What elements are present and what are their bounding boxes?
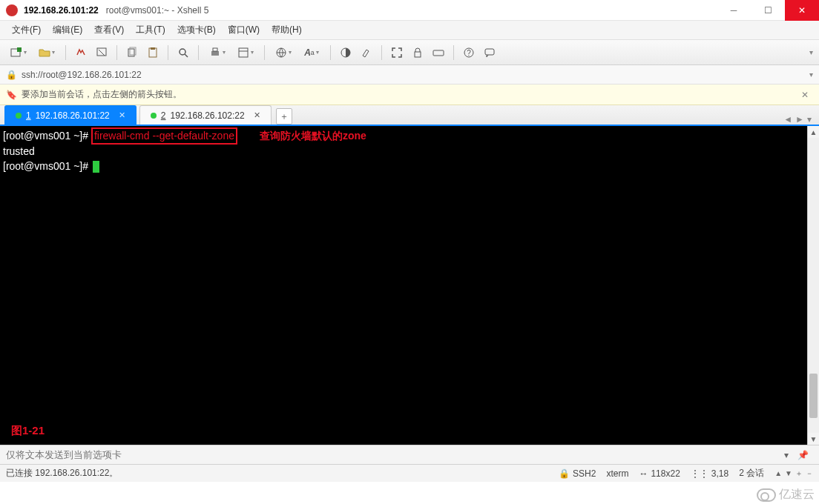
minimize-button[interactable]: ─	[717, 0, 751, 21]
vertical-scrollbar[interactable]: ▲ ▼	[807, 126, 819, 445]
reconnect-button[interactable]	[72, 44, 90, 62]
title-host: 192.168.26.101:22	[24, 5, 99, 16]
status-dot-icon	[151, 113, 157, 119]
fullscreen-button[interactable]	[388, 44, 406, 62]
properties-button[interactable]: ▾	[233, 44, 258, 62]
session-tab-1[interactable]: 1 192.168.26.101:22 ✕	[4, 105, 136, 125]
close-button[interactable]: ✕	[785, 0, 819, 21]
font-button[interactable]: Aa▾	[299, 44, 324, 62]
svg-rect-10	[211, 51, 219, 56]
status-sessions: 2 会话	[739, 467, 764, 480]
menu-tools[interactable]: 工具(T)	[130, 24, 171, 36]
session-prev-icon[interactable]: ▲	[774, 469, 782, 477]
lock-button[interactable]	[409, 44, 427, 62]
terminal[interactable]: [root@vms001 ~]# firewall-cmd --get-defa…	[0, 126, 807, 445]
keyboard-button[interactable]	[430, 44, 447, 62]
prompt: [root@vms001 ~]#	[3, 130, 91, 142]
menu-tabs[interactable]: 选项卡(B)	[171, 24, 222, 36]
cursor	[93, 161, 99, 173]
session-next-icon[interactable]: ▼	[785, 469, 792, 477]
toolbar-overflow-icon[interactable]: ▾	[809, 48, 813, 56]
svg-rect-11	[213, 48, 217, 51]
status-connection: 已连接 192.168.26.101:22。	[6, 467, 548, 480]
pin-icon[interactable]: 📌	[793, 450, 813, 460]
tab-nav: ◄ ► ▾	[783, 114, 815, 125]
menu-file[interactable]: 文件(F)	[6, 24, 47, 36]
highlight-button[interactable]	[358, 44, 375, 62]
svg-rect-22	[485, 49, 494, 55]
new-session-button[interactable]: ▾	[6, 44, 31, 62]
hint-text: 要添加当前会话，点击左侧的箭头按钮。	[22, 88, 182, 101]
paste-button[interactable]	[144, 44, 162, 62]
svg-text:?: ?	[467, 49, 471, 57]
tab-label: 192.168.26.101:22	[36, 110, 110, 121]
session-remove-icon[interactable]: －	[806, 468, 813, 479]
command-output: trusted	[3, 145, 35, 157]
terminal-area: [root@vms001 ~]# firewall-cmd --get-defa…	[0, 126, 819, 445]
scroll-track[interactable]	[808, 138, 819, 433]
status-size: ↔118x22	[639, 468, 680, 479]
tab-prev-icon[interactable]: ◄	[783, 114, 792, 125]
address-dropdown-icon[interactable]: ▾	[809, 70, 813, 79]
language-button[interactable]: ▾	[271, 44, 296, 62]
tab-strip: 1 192.168.26.101:22 ✕ 2 192.168.26.102:2…	[0, 105, 819, 126]
help-button[interactable]: ?	[460, 44, 478, 62]
svg-line-9	[185, 54, 188, 57]
maximize-button[interactable]: ☐	[751, 0, 785, 21]
figure-label: 图1-21	[11, 423, 45, 437]
watermark: 亿速云	[757, 487, 815, 503]
address-text[interactable]: ssh://root@192.168.26.101:22	[22, 70, 142, 80]
titlebar: 192.168.26.101:22 root@vms001:~ - Xshell…	[0, 0, 819, 21]
tab-number: 2	[161, 110, 166, 121]
status-bar: 已连接 192.168.26.101:22。 🔒SSH2 xterm ↔118x…	[0, 464, 819, 482]
print-button[interactable]: ▾	[205, 44, 230, 62]
open-button[interactable]: ▾	[34, 44, 59, 62]
title-suffix: root@vms001:~ - Xshell 5	[106, 5, 209, 16]
svg-rect-2	[97, 48, 106, 56]
cloud-icon	[757, 488, 776, 502]
tab-number: 1	[26, 110, 31, 121]
send-input[interactable]	[6, 449, 780, 460]
new-tab-button[interactable]: ＋	[276, 108, 292, 125]
svg-line-3	[99, 50, 105, 56]
svg-rect-1	[17, 47, 22, 52]
bookmark-icon[interactable]: 🔖	[6, 90, 17, 100]
scroll-thumb[interactable]	[809, 374, 818, 418]
status-nav: ▲ ▼ ＋ －	[774, 468, 813, 479]
menu-help[interactable]: 帮助(H)	[266, 24, 308, 36]
command-highlight: firewall-cmd --get-default-zone	[91, 127, 237, 145]
watermark-text: 亿速云	[779, 487, 815, 503]
status-dot-icon	[16, 113, 22, 119]
disconnect-button[interactable]	[93, 44, 111, 62]
status-protocol: 🔒SSH2	[559, 468, 596, 479]
tab-label: 192.168.26.102:22	[170, 110, 244, 121]
menu-view[interactable]: 查看(V)	[88, 24, 130, 36]
status-cursor-pos: ⋮⋮3,18	[691, 468, 728, 479]
menu-window[interactable]: 窗口(W)	[222, 24, 266, 36]
lock-icon: 🔒	[6, 70, 17, 80]
session-add-icon[interactable]: ＋	[795, 468, 803, 479]
send-mode-dropdown[interactable]: ▾	[780, 450, 793, 460]
svg-point-8	[180, 49, 185, 55]
scroll-up-icon[interactable]: ▲	[808, 126, 819, 138]
tab-list-icon[interactable]: ▾	[807, 114, 812, 125]
hint-bar: 🔖 要添加当前会话，点击左侧的箭头按钮。 ✕	[0, 84, 819, 105]
tab-close-icon[interactable]: ✕	[254, 110, 260, 120]
hint-close-button[interactable]: ✕	[797, 90, 813, 100]
toolbar: ▾ ▾ ▾ ▾ ▾ Aa▾ ? ▾	[0, 40, 819, 65]
copy-button[interactable]	[123, 44, 141, 62]
app-icon	[6, 4, 18, 16]
menu-edit[interactable]: 编辑(E)	[47, 24, 88, 36]
search-button[interactable]	[174, 44, 192, 62]
tab-next-icon[interactable]: ►	[795, 114, 804, 125]
svg-rect-17	[433, 50, 444, 56]
session-tab-2[interactable]: 2 192.168.26.102:22 ✕	[139, 105, 272, 125]
annotation: 查询防火墙默认的zone	[260, 130, 366, 142]
feedback-button[interactable]	[481, 44, 499, 62]
svg-rect-16	[415, 52, 421, 57]
color-scheme-button[interactable]	[337, 44, 355, 62]
tab-close-icon[interactable]: ✕	[119, 110, 125, 120]
scroll-down-icon[interactable]: ▼	[808, 433, 819, 445]
send-bar: ▾ 📌	[0, 445, 819, 464]
prompt: [root@vms001 ~]#	[3, 160, 91, 172]
